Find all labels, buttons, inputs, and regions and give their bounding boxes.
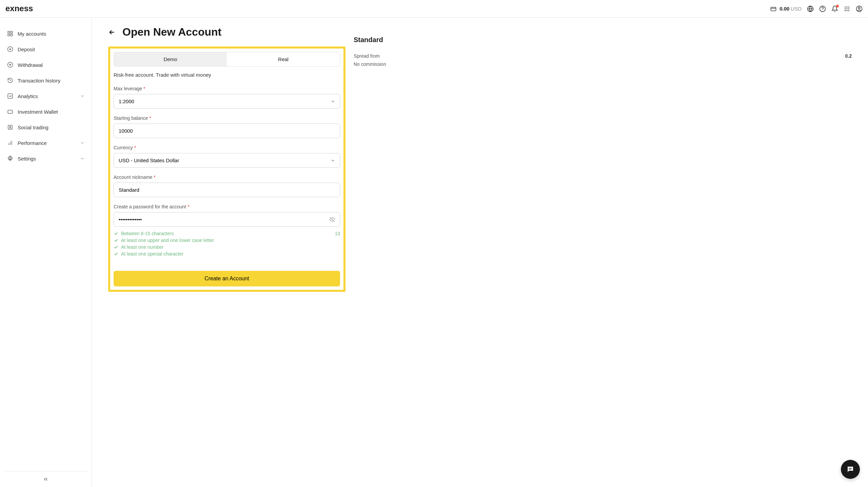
sidebar: My accounts Deposit Withdrawal — [0, 18, 92, 487]
upload-icon — [7, 61, 14, 68]
sidebar-item-label: Performance — [18, 140, 76, 146]
account-info-panel: Standard Spread from 0.2 No commission — [354, 26, 852, 479]
currency-select[interactable] — [114, 153, 340, 168]
sidebar-item-settings[interactable]: Settings — [3, 151, 89, 166]
sidebar-item-label: Analytics — [18, 93, 76, 99]
svg-rect-15 — [8, 31, 9, 33]
download-icon — [7, 46, 14, 53]
tab-demo[interactable]: Demo — [114, 52, 227, 66]
svg-point-24 — [10, 126, 11, 127]
svg-point-6 — [848, 6, 849, 7]
svg-point-8 — [847, 8, 848, 9]
balance-amount: 0.00 — [780, 6, 789, 12]
svg-rect-26 — [849, 468, 852, 469]
gear-icon — [7, 155, 14, 162]
back-arrow[interactable] — [108, 29, 116, 36]
sidebar-item-transaction-history[interactable]: Transaction history — [3, 73, 89, 88]
currency-label: Currency * — [114, 145, 340, 150]
svg-rect-17 — [8, 34, 9, 36]
info-title: Standard — [354, 36, 852, 44]
wallet-icon — [770, 5, 777, 12]
sidebar-item-label: Settings — [18, 156, 76, 162]
password-rule: At least one number — [114, 244, 340, 250]
svg-text:exness: exness — [5, 5, 33, 13]
password-rule: Between 8-15 characters — [114, 230, 174, 237]
svg-point-9 — [848, 8, 849, 9]
bell-icon[interactable] — [831, 5, 838, 12]
chat-button[interactable] — [841, 460, 860, 479]
header: exness 0.00 USD — [0, 0, 868, 18]
sidebar-item-analytics[interactable]: Analytics — [3, 88, 89, 104]
sidebar-item-deposit[interactable]: Deposit — [3, 41, 89, 57]
sidebar-item-social-trading[interactable]: Social trading — [3, 119, 89, 135]
svg-point-7 — [845, 8, 846, 9]
apps-icon[interactable] — [844, 5, 850, 12]
help-icon[interactable] — [819, 5, 826, 12]
tab-real[interactable]: Real — [227, 52, 340, 66]
svg-rect-16 — [11, 31, 13, 33]
sidebar-item-label: Withdrawal — [18, 62, 85, 68]
svg-point-4 — [845, 6, 846, 7]
history-icon — [7, 77, 14, 84]
grid-icon — [7, 30, 14, 37]
svg-point-5 — [847, 6, 848, 7]
notification-dot — [836, 5, 839, 7]
password-rule: At least one upper and one lower case le… — [114, 237, 340, 244]
nickname-label: Account nickname * — [114, 174, 340, 180]
sidebar-item-withdrawal[interactable]: Withdrawal — [3, 57, 89, 73]
spread-label: Spread from — [354, 53, 380, 59]
spread-value: 0.2 — [845, 53, 852, 59]
sidebar-item-performance[interactable]: Performance — [3, 135, 89, 151]
bar-chart-icon — [7, 139, 14, 146]
globe-icon[interactable] — [807, 5, 814, 12]
sidebar-item-label: My accounts — [18, 31, 85, 37]
analytics-icon — [7, 93, 14, 99]
sidebar-item-label: Social trading — [18, 125, 85, 130]
sidebar-item-label: Transaction history — [18, 78, 85, 83]
chevron-down-icon — [80, 141, 85, 145]
svg-rect-22 — [8, 110, 13, 114]
social-icon — [7, 124, 14, 131]
max-leverage-select[interactable] — [114, 94, 340, 109]
page-title: Open New Account — [122, 26, 221, 38]
svg-point-25 — [9, 158, 11, 160]
account-form-card: Demo Real Risk-free account. Trade with … — [108, 46, 346, 292]
wallet-icon — [7, 108, 14, 115]
logo[interactable]: exness — [5, 5, 46, 13]
svg-point-10 — [845, 10, 846, 11]
eye-off-icon[interactable] — [329, 217, 335, 223]
password-label: Create a password for the account * — [114, 204, 340, 209]
user-avatar-icon[interactable] — [856, 5, 863, 12]
account-type-tabs: Demo Real — [114, 52, 340, 67]
password-rule: At least one special character — [114, 250, 340, 257]
svg-rect-18 — [11, 34, 13, 36]
nickname-input[interactable] — [114, 183, 340, 197]
starting-balance-label: Starting balance * — [114, 115, 340, 121]
commission-label: No commission — [354, 61, 386, 67]
page-header: Open New Account — [108, 26, 346, 38]
chevron-down-icon — [80, 156, 85, 161]
sidebar-item-label: Deposit — [18, 46, 85, 52]
sidebar-item-my-accounts[interactable]: My accounts — [3, 26, 89, 41]
svg-rect-27 — [849, 469, 851, 470]
balance-currency: USD — [791, 6, 802, 12]
sidebar-item-investment-wallet[interactable]: Investment Wallet — [3, 104, 89, 119]
svg-point-14 — [859, 7, 860, 9]
password-input[interactable] — [114, 212, 340, 227]
create-account-button[interactable]: Create an Account — [114, 271, 340, 286]
collapse-sidebar-button[interactable] — [43, 476, 49, 482]
password-char-count: 13 — [335, 231, 340, 236]
tab-description: Risk-free account. Trade with virtual mo… — [114, 72, 340, 78]
svg-rect-1 — [771, 7, 776, 11]
svg-point-12 — [848, 10, 849, 11]
chevron-down-icon — [80, 94, 85, 98]
max-leverage-label: Max leverage * — [114, 86, 340, 91]
svg-point-11 — [847, 10, 848, 11]
sidebar-item-label: Investment Wallet — [18, 109, 85, 115]
balance-widget[interactable]: 0.00 USD — [770, 5, 802, 12]
starting-balance-input[interactable] — [114, 124, 340, 138]
